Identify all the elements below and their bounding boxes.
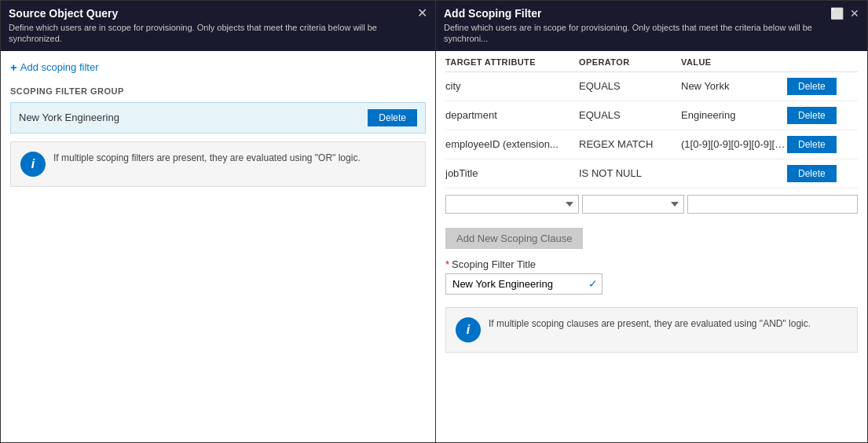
cell-target-2: employeeID (extension... — [445, 138, 579, 150]
right-info-box: i If multiple scoping clauses are presen… — [445, 307, 858, 353]
right-panel-close-icon[interactable]: ✕ — [850, 7, 859, 20]
target-attribute-select[interactable] — [445, 195, 579, 214]
left-info-icon: i — [20, 152, 46, 177]
cell-target-0: city — [445, 80, 579, 92]
checkmark-icon: ✓ — [588, 277, 598, 290]
plus-icon: + — [10, 60, 17, 74]
required-star: * — [445, 258, 449, 270]
cell-operator-3: IS NOT NULL — [579, 167, 681, 179]
cell-action-3: Delete — [787, 165, 858, 182]
left-panel: Source Object Query Define which users a… — [0, 0, 436, 443]
left-panel-header: Source Object Query Define which users a… — [1, 1, 435, 51]
left-panel-body: + Add scoping filter Scoping Filter Grou… — [1, 51, 435, 442]
scoping-filter-title-section: *Scoping Filter Title ✓ — [445, 258, 858, 295]
filter-group-item: New York Engineering Delete — [10, 102, 426, 134]
scoping-filter-title-label: *Scoping Filter Title — [445, 258, 858, 270]
col-value: VALUE — [681, 57, 787, 67]
cell-action-0: Delete — [787, 78, 858, 95]
right-panel-body: TARGET ATTRIBUTE OPERATOR VALUE city EQU… — [436, 51, 867, 442]
right-panel-subtitle: Define which users are in scope for prov… — [444, 22, 826, 45]
table-header: TARGET ATTRIBUTE OPERATOR VALUE — [445, 51, 858, 72]
cell-value-1: Engineering — [681, 109, 787, 121]
add-scoping-filter-link[interactable]: + Add scoping filter — [10, 60, 426, 74]
left-info-text: If multiple scoping filters are present,… — [53, 152, 361, 165]
right-info-icon: i — [456, 317, 481, 342]
cell-target-3: jobTitle — [445, 167, 579, 179]
left-panel-close-icon[interactable]: ✕ — [411, 7, 427, 20]
delete-button-1[interactable]: Delete — [787, 107, 837, 124]
cell-action-2: Delete — [787, 136, 858, 153]
cell-target-1: department — [445, 109, 579, 121]
cell-value-2: (1[0-9][0-9][0-9][0-9][0-9][0-9]... — [681, 138, 787, 150]
col-actions — [787, 57, 858, 67]
filter-group-name: New York Engineering — [19, 112, 119, 123]
add-new-scoping-clause-button[interactable]: Add New Scoping Clause — [445, 228, 583, 249]
cell-operator-1: EQUALS — [579, 109, 681, 121]
filter-group-delete-button[interactable]: Delete — [368, 109, 417, 126]
col-target-attribute: TARGET ATTRIBUTE — [445, 57, 579, 67]
table-row: employeeID (extension... REGEX MATCH (1[… — [445, 130, 858, 159]
cell-operator-2: REGEX MATCH — [579, 138, 681, 150]
table-row: jobTitle IS NOT NULL Delete — [445, 159, 858, 189]
cell-value-0: New Yorkk — [681, 80, 787, 92]
new-clause-row — [445, 195, 858, 214]
title-input-wrap: ✓ — [445, 273, 602, 295]
right-info-text: If multiple scoping clauses are present,… — [489, 317, 811, 331]
right-panel-header: Add Scoping Filter Define which users ar… — [436, 1, 867, 51]
add-filter-label: Add scoping filter — [20, 61, 99, 73]
col-operator: OPERATOR — [579, 57, 681, 67]
left-panel-subtitle: Define which users are in scope for prov… — [9, 22, 411, 45]
cell-action-1: Delete — [787, 107, 858, 124]
cell-operator-0: EQUALS — [579, 80, 681, 92]
delete-button-2[interactable]: Delete — [787, 136, 837, 153]
table-row: city EQUALS New Yorkk Delete — [445, 72, 858, 101]
right-panel-title: Add Scoping Filter — [444, 7, 826, 20]
value-input[interactable] — [687, 195, 858, 214]
delete-button-0[interactable]: Delete — [787, 78, 837, 95]
left-info-box: i If multiple scoping filters are presen… — [10, 141, 426, 187]
main-container: Source Object Query Define which users a… — [0, 0, 868, 443]
section-label: Scoping Filter Group — [10, 86, 426, 96]
left-panel-title: Source Object Query — [9, 7, 411, 20]
operator-select[interactable] — [582, 195, 684, 214]
right-panel-maximize-icon[interactable]: ⬜ — [830, 7, 844, 20]
table-row: department EQUALS Engineering Delete — [445, 101, 858, 130]
delete-button-3[interactable]: Delete — [787, 165, 837, 182]
scoping-filter-title-input[interactable] — [445, 273, 602, 295]
right-panel: Add Scoping Filter Define which users ar… — [436, 0, 868, 443]
